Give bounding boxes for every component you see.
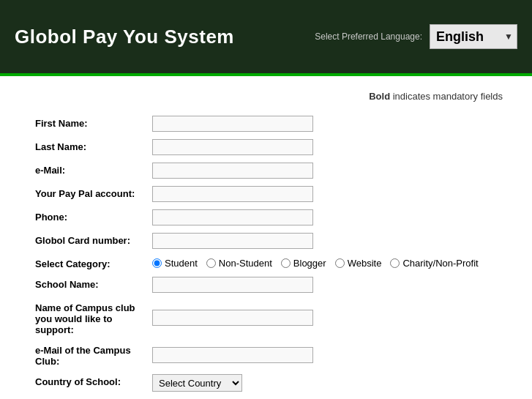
last-name-input[interactable]: [152, 139, 313, 155]
country-row: Country of School: Select Country United…: [29, 370, 503, 395]
mandatory-rest: indicates mandatory fields: [390, 91, 503, 102]
mandatory-note: Bold indicates mandatory fields: [29, 91, 503, 102]
phone-cell: [146, 206, 503, 229]
category-radio-group: Student Non-Student Blogger Website: [152, 258, 497, 269]
campus-email-label: e-Mail of the Campus Club:: [29, 339, 146, 370]
mandatory-bold: Bold: [369, 91, 390, 102]
website-label: Website: [348, 258, 382, 269]
phone-row: Phone:: [29, 206, 503, 229]
student-label: Student: [165, 258, 198, 269]
category-website[interactable]: Website: [335, 258, 382, 269]
campus-email-cell: [146, 339, 503, 370]
language-select[interactable]: English Spanish French German: [430, 24, 517, 49]
school-name-input[interactable]: [152, 277, 313, 293]
charity-label: Charity/Non-Profit: [402, 258, 478, 269]
campus-club-label: Name of Campus club you would like to su…: [29, 297, 146, 339]
paypal-row: Your Pay Pal account:: [29, 182, 503, 206]
first-name-row: First Name:: [29, 112, 503, 135]
email-label: e-Mail:: [29, 159, 146, 182]
lang-label: Select Preferred Language:: [315, 31, 422, 43]
language-select-wrapper[interactable]: English Spanish French German: [430, 24, 517, 49]
campus-club-input[interactable]: [152, 310, 313, 326]
globol-card-label: Globol Card number:: [29, 229, 146, 253]
campus-club-cell: [146, 297, 503, 339]
last-name-cell: [146, 135, 503, 159]
app-title: Globol Pay You System: [15, 26, 234, 48]
globol-card-cell: [146, 229, 503, 253]
category-student[interactable]: Student: [152, 258, 198, 269]
last-name-label: Last Name:: [29, 135, 146, 159]
email-cell: [146, 159, 503, 182]
school-name-cell: [146, 273, 503, 297]
main-content: Bold indicates mandatory fields First Na…: [0, 76, 532, 399]
campus-email-row: e-Mail of the Campus Club:: [29, 339, 503, 370]
category-label: Select Category:: [29, 253, 146, 273]
email-row: e-Mail:: [29, 159, 503, 182]
registration-form: First Name: Last Name: e-Mail:: [29, 112, 503, 395]
category-cell: Student Non-Student Blogger Website: [146, 253, 503, 273]
radio-charity[interactable]: [390, 258, 400, 268]
paypal-label: Your Pay Pal account:: [29, 182, 146, 206]
radio-non-student[interactable]: [206, 258, 216, 268]
language-section: Select Preferred Language: English Spani…: [315, 24, 517, 49]
country-cell: Select Country United States United King…: [146, 370, 503, 395]
last-name-row: Last Name:: [29, 135, 503, 159]
radio-student[interactable]: [152, 258, 162, 268]
paypal-cell: [146, 182, 503, 206]
category-charity[interactable]: Charity/Non-Profit: [390, 258, 478, 269]
first-name-label: First Name:: [29, 112, 146, 135]
category-non-student[interactable]: Non-Student: [206, 258, 272, 269]
category-row: Select Category: Student Non-Student: [29, 253, 503, 273]
campus-club-row: Name of Campus club you would like to su…: [29, 297, 503, 339]
header: Globol Pay You System Select Preferred L…: [0, 0, 532, 73]
country-label: Country of School:: [29, 370, 146, 395]
radio-website[interactable]: [335, 258, 345, 268]
first-name-cell: [146, 112, 503, 135]
first-name-input[interactable]: [152, 116, 313, 132]
radio-blogger[interactable]: [281, 258, 291, 268]
category-blogger[interactable]: Blogger: [281, 258, 326, 269]
school-name-label: School Name:: [29, 273, 146, 297]
paypal-input[interactable]: [152, 186, 313, 202]
globol-card-row: Globol Card number:: [29, 229, 503, 253]
phone-label: Phone:: [29, 206, 146, 229]
school-name-row: School Name:: [29, 273, 503, 297]
non-student-label: Non-Student: [219, 258, 272, 269]
phone-input[interactable]: [152, 209, 313, 225]
country-select[interactable]: Select Country United States United King…: [152, 374, 242, 392]
email-input[interactable]: [152, 163, 313, 179]
globol-card-input[interactable]: [152, 233, 313, 249]
campus-email-input[interactable]: [152, 347, 313, 363]
blogger-label: Blogger: [293, 258, 326, 269]
